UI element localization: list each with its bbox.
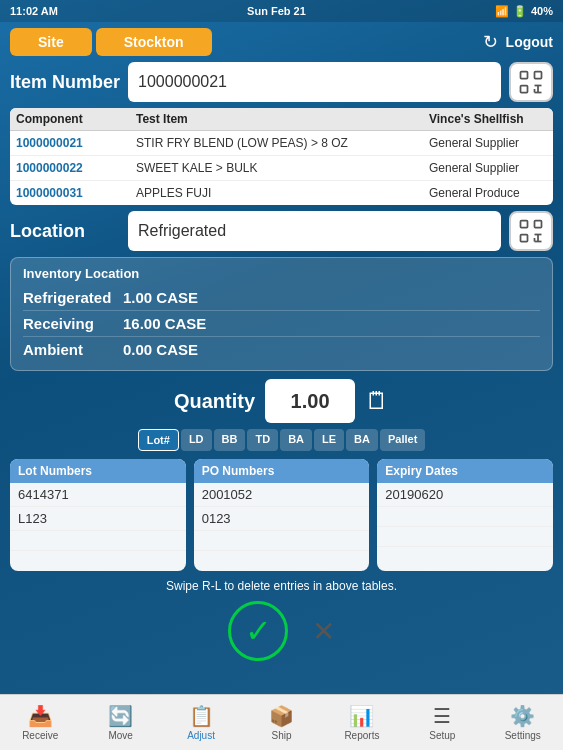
td-component-1: 1000000021 [10,131,130,155]
lot-number-2[interactable]: L123 [10,507,186,531]
po-number-3[interactable] [194,531,370,551]
location-input[interactable] [128,211,501,251]
po-number-1[interactable]: 2001052 [194,483,370,507]
top-nav: Site Stockton ↻ Logout [0,22,563,62]
nav-setup[interactable]: ☰ Setup [402,704,482,741]
settings-icon: ⚙️ [510,704,535,728]
tab-ba2[interactable]: BA [346,429,378,451]
tab-le[interactable]: LE [314,429,344,451]
scan-icon [517,68,545,96]
status-time: 11:02 AM [10,5,58,17]
tab-bb[interactable]: BB [214,429,246,451]
status-day: Sun Feb 21 [247,5,306,17]
tab-pallet[interactable]: Pallet [380,429,425,451]
stockton-button[interactable]: Stockton [96,28,212,56]
lot-number-3[interactable] [10,531,186,551]
nav-reports[interactable]: 📊 Reports [322,704,402,741]
tab-ba1[interactable]: BA [280,429,312,451]
po-number-4[interactable] [194,551,370,571]
confirm-button[interactable]: ✓ [228,601,288,661]
move-label: Move [108,730,132,741]
nav-settings[interactable]: ⚙️ Settings [483,704,563,741]
ship-icon: 📦 [269,704,294,728]
expiry-date-2[interactable] [377,507,553,527]
td-component-2: 1000000022 [10,156,130,180]
quantity-input[interactable] [265,379,355,423]
site-button[interactable]: Site [10,28,92,56]
td-component-3: 1000000031 [10,181,130,205]
action-row: ✓ ✕ [10,601,553,661]
expiry-dates-box: Expiry Dates 20190620 [377,459,553,571]
inv-loc-2: Receiving [23,315,123,332]
inventory-row-ambient: Ambient 0.00 CASE [23,337,540,362]
nav-adjust[interactable]: 📋 Adjust [161,704,241,741]
th-test-item: Test Item [130,108,423,130]
lot-numbers-box: Lot Numbers 6414371 L123 [10,459,186,571]
table-row[interactable]: 1000000031 APPLES FUJI General Produce [10,181,553,205]
po-number-2[interactable]: 0123 [194,507,370,531]
expiry-date-3[interactable] [377,527,553,547]
item-number-row: Item Number [10,62,553,102]
tab-bar: Lot# LD BB TD BA LE BA Pallet [10,429,553,451]
location-scan-icon [517,217,545,245]
inv-val-1: 1.00 CASE [123,289,198,306]
refresh-icon[interactable]: ↻ [483,31,498,53]
nav-right: ↻ Logout [483,31,553,53]
table-row[interactable]: 1000000021 STIR FRY BLEND (LOW PEAS) > 8… [10,131,553,156]
location-scan-button[interactable] [509,211,553,251]
lot-numbers-header: Lot Numbers [10,459,186,483]
receive-label: Receive [22,730,58,741]
svg-rect-0 [521,72,528,79]
ship-label: Ship [271,730,291,741]
po-numbers-header: PO Numbers [194,459,370,483]
tab-td[interactable]: TD [247,429,278,451]
bottom-nav: 📥 Receive 🔄 Move 📋 Adjust 📦 Ship 📊 Repor… [0,694,563,750]
inv-loc-3: Ambient [23,341,123,358]
wifi-icon: 📶 [495,5,509,18]
table-header: Component Test Item Vince's Shellfish [10,108,553,131]
td-supplier-2: General Supplier [423,156,553,180]
checkmark-icon: ✓ [245,615,272,647]
td-supplier-1: General Supplier [423,131,553,155]
td-item-2: SWEET KALE > BULK [130,156,423,180]
cancel-button[interactable]: ✕ [312,615,335,648]
th-component: Component [10,108,130,130]
expiry-dates-header: Expiry Dates [377,459,553,483]
inventory-box: Inventory Location Refrigerated 1.00 CAS… [10,257,553,371]
location-label: Location [10,221,120,242]
po-numbers-box: PO Numbers 2001052 0123 [194,459,370,571]
expiry-date-4[interactable] [377,547,553,567]
lot-number-4[interactable] [10,551,186,571]
inventory-title: Inventory Location [23,266,540,281]
nav-receive[interactable]: 📥 Receive [0,704,80,741]
location-row: Location [10,211,553,251]
status-right: 📶 🔋 40% [495,5,553,18]
lot-number-1[interactable]: 6414371 [10,483,186,507]
table-row[interactable]: 1000000022 SWEET KALE > BULK General Sup… [10,156,553,181]
nav-ship[interactable]: 📦 Ship [241,704,321,741]
settings-label: Settings [505,730,541,741]
data-tables-row: Lot Numbers 6414371 L123 PO Numbers 2001… [10,459,553,571]
tab-ld[interactable]: LD [181,429,212,451]
quantity-row: Quantity 🗒 [10,379,553,423]
move-icon: 🔄 [108,704,133,728]
expiry-date-1[interactable]: 20190620 [377,483,553,507]
item-number-label: Item Number [10,72,120,93]
td-item-1: STIR FRY BLEND (LOW PEAS) > 8 OZ [130,131,423,155]
svg-rect-8 [535,221,542,228]
svg-rect-2 [521,86,528,93]
quantity-label: Quantity [174,390,255,413]
battery-level: 40% [531,5,553,17]
scan-button[interactable] [509,62,553,102]
nav-buttons: Site Stockton [10,28,212,56]
nav-move[interactable]: 🔄 Move [80,704,160,741]
status-bar: 11:02 AM Sun Feb 21 📶 🔋 40% [0,0,563,22]
logout-button[interactable]: Logout [506,34,553,50]
battery-icon: 🔋 [513,5,527,18]
inv-val-3: 0.00 CASE [123,341,198,358]
item-number-input[interactable] [128,62,501,102]
reports-label: Reports [344,730,379,741]
tab-lot[interactable]: Lot# [138,429,179,451]
adjust-label: Adjust [187,730,215,741]
setup-label: Setup [429,730,455,741]
